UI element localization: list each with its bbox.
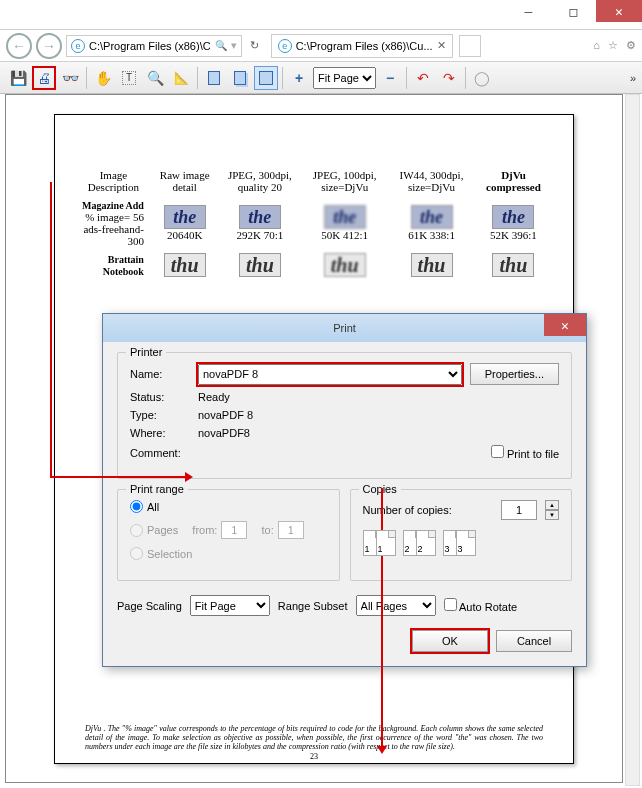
layout-single[interactable] <box>202 66 226 90</box>
print-to-file-checkbox[interactable]: Print to file <box>491 445 559 460</box>
new-tab-button[interactable] <box>459 35 481 57</box>
range-all-radio[interactable]: All <box>130 500 327 513</box>
favorites-icon[interactable]: ☆ <box>608 39 618 52</box>
page-scaling-select[interactable]: Fit Page <box>190 595 270 616</box>
ncopies-label: Number of copies: <box>363 504 452 516</box>
th: Raw image detail <box>152 167 218 195</box>
tab-title: C:\Program Files (x86)\Cu... <box>296 40 433 52</box>
range-subset-select[interactable]: All Pages <box>356 595 436 616</box>
dialog-title: Print <box>333 322 356 334</box>
range-group-label: Print range <box>126 483 188 495</box>
zoom-tool[interactable]: 🔍 <box>143 66 167 90</box>
page-scaling-label: Page Scaling <box>117 600 182 612</box>
forward-button[interactable]: → <box>36 33 62 59</box>
page-number: 23 <box>55 752 573 761</box>
status-label: Status: <box>130 391 190 403</box>
tab-close-button[interactable]: ✕ <box>437 39 446 52</box>
options-button[interactable]: ◯ <box>470 66 494 90</box>
printer-name-select[interactable]: novaPDF 8 <box>198 364 462 385</box>
window-close-button[interactable]: ✕ <box>596 0 642 22</box>
layout-facing[interactable] <box>254 66 278 90</box>
range-pages-radio[interactable]: Pages from: 1 to: 1 <box>130 521 327 539</box>
status-value: Ready <box>198 391 230 403</box>
text-select-tool[interactable]: T <box>117 66 141 90</box>
ie-icon: e <box>278 39 292 53</box>
zoom-in-button[interactable]: + <box>287 66 311 90</box>
ie-icon: e <box>71 39 85 53</box>
print-button[interactable]: 🖨 <box>32 66 56 90</box>
th: Image Description <box>77 167 150 195</box>
browser-tab[interactable]: e C:\Program Files (x86)\Cu... ✕ <box>271 34 453 58</box>
home-icon[interactable]: ⌂ <box>593 39 600 52</box>
vertical-scrollbar[interactable] <box>625 94 640 786</box>
where-value: novaPDF8 <box>198 427 250 439</box>
th: DjVu compressed <box>476 167 551 195</box>
search-icon[interactable]: 🔍 <box>215 40 227 51</box>
find-button[interactable]: 👓 <box>58 66 82 90</box>
auto-rotate-checkbox[interactable]: Auto Rotate <box>444 598 518 613</box>
rotate-right-button[interactable]: ↷ <box>437 66 461 90</box>
th: IW44, 300dpi, size=DjVu <box>389 167 474 195</box>
th: JPEG, 300dpi, quality 20 <box>220 167 301 195</box>
th: JPEG, 100dpi, size=DjVu <box>302 167 387 195</box>
window-max-button[interactable]: □ <box>551 0 596 22</box>
type-label: Type: <box>130 409 190 421</box>
range-subset-label: Range Subset <box>278 600 348 612</box>
where-label: Where: <box>130 427 190 439</box>
page-footer: DjVu . The "% image" value corresponds t… <box>85 724 543 751</box>
printer-group-label: Printer <box>126 346 166 358</box>
ok-button[interactable]: OK <box>412 630 488 652</box>
address-text: C:\Program Files (x86)\C <box>89 40 211 52</box>
measure-tool[interactable]: 📐 <box>169 66 193 90</box>
rotate-left-button[interactable]: ↶ <box>411 66 435 90</box>
name-label: Name: <box>130 368 190 380</box>
type-value: novaPDF 8 <box>198 409 253 421</box>
layout-continuous[interactable] <box>228 66 252 90</box>
ncopies-spinner[interactable]: ▲▼ <box>545 500 559 520</box>
dialog-close-button[interactable]: ✕ <box>544 314 586 336</box>
save-button[interactable]: 💾 <box>6 66 30 90</box>
cancel-button[interactable]: Cancel <box>496 630 572 652</box>
zoom-select[interactable]: Fit Page <box>313 67 376 89</box>
toolbar-overflow[interactable]: » <box>630 72 636 84</box>
refresh-button[interactable]: ↻ <box>250 39 259 52</box>
back-button[interactable]: ← <box>6 33 32 59</box>
print-dialog: Print ✕ Printer Name: novaPDF 8 Properti… <box>102 313 587 667</box>
address-bar[interactable]: e C:\Program Files (x86)\C 🔍 ▾ <box>66 35 242 57</box>
collate-preview: 11 22 33 <box>363 530 560 556</box>
settings-icon[interactable]: ⚙ <box>626 39 636 52</box>
window-min-button[interactable]: — <box>506 0 551 22</box>
range-selection-radio[interactable]: Selection <box>130 547 327 560</box>
ncopies-input[interactable] <box>501 500 537 520</box>
pan-tool[interactable]: ✋ <box>91 66 115 90</box>
copies-group-label: Copies <box>359 483 401 495</box>
properties-button[interactable]: Properties... <box>470 363 559 385</box>
zoom-out-button[interactable]: − <box>378 66 402 90</box>
comment-label: Comment: <box>130 447 190 459</box>
